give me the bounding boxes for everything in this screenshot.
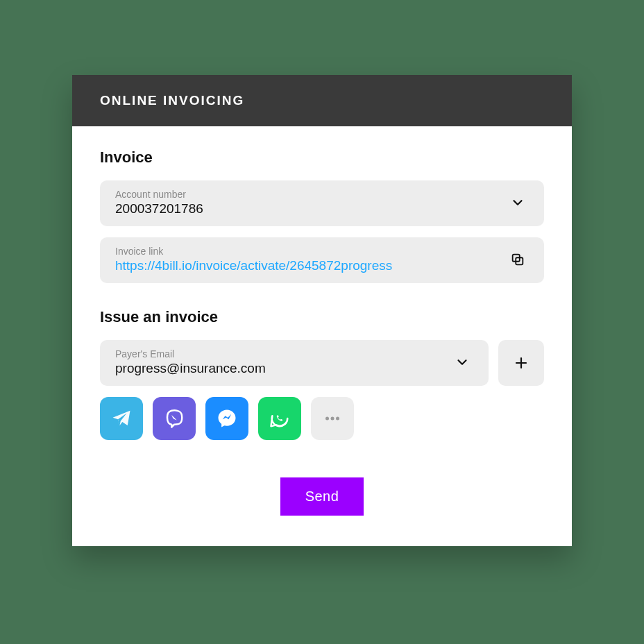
payer-email-label: Payer's Email [115,348,451,359]
copy-icon[interactable] [507,248,529,271]
chevron-down-icon[interactable] [507,192,529,214]
telegram-icon [111,408,132,429]
invoice-link-label: Invoice link [115,246,507,257]
payer-email-row: Payer's Email progress@insurance.com [100,340,544,386]
share-more-button[interactable] [311,397,354,440]
plus-icon [513,355,529,371]
share-viber-button[interactable] [153,397,196,440]
invoice-link-value[interactable]: https://4bill.io/invoice/activate/264587… [115,258,507,273]
issue-section-title: Issue an invoice [100,308,544,326]
card-header: ONLINE INVOICING [72,75,572,126]
share-whatsapp-button[interactable] [258,397,301,440]
share-messenger-button[interactable] [205,397,248,440]
svg-point-6 [336,417,339,421]
payer-email-value: progress@insurance.com [115,361,451,376]
invoice-section-title: Invoice [100,149,544,167]
whatsapp-icon [269,408,290,429]
payer-email-select[interactable]: Payer's Email progress@insurance.com [100,340,489,386]
account-number-label: Account number [115,189,507,200]
account-number-select[interactable]: Account number 200037201786 [100,180,544,226]
svg-point-4 [325,417,329,421]
share-row [100,397,544,440]
svg-point-5 [331,417,334,421]
viber-icon [164,408,185,429]
invoice-link-field: Invoice link https://4bill.io/invoice/ac… [100,237,544,283]
more-horizontal-icon [322,408,343,429]
invoicing-card: ONLINE INVOICING Invoice Account number … [72,75,572,546]
chevron-down-icon[interactable] [451,351,473,373]
card-body: Invoice Account number 200037201786 Invo… [72,126,572,546]
send-row: Send [100,477,544,516]
send-button[interactable]: Send [280,477,364,516]
messenger-icon [217,408,237,429]
header-title: ONLINE INVOICING [100,93,244,108]
account-number-value: 200037201786 [115,201,507,217]
add-recipient-button[interactable] [498,340,544,386]
share-telegram-button[interactable] [100,397,143,440]
